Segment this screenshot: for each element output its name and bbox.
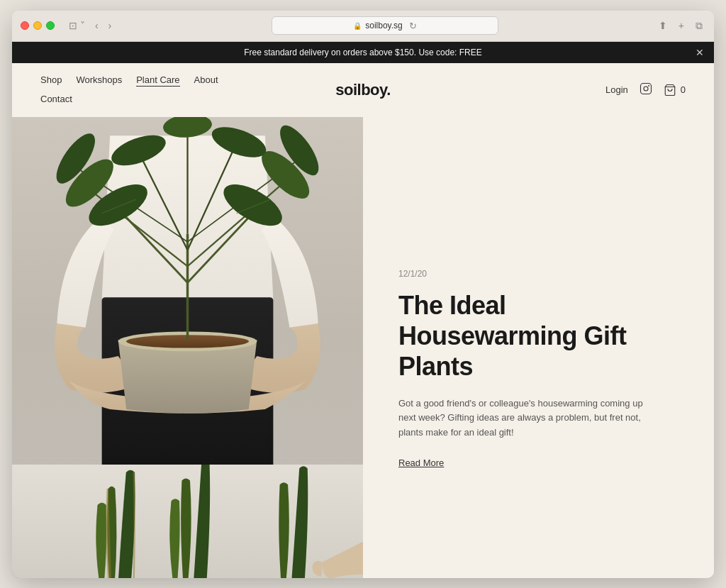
left-column	[12, 117, 363, 578]
site-logo[interactable]: soilboy.	[335, 81, 391, 99]
nav-shop[interactable]: Shop	[40, 74, 62, 87]
windows-button[interactable]: ⧉	[693, 18, 705, 33]
browser-window: ⊡ ˅ ‹ › 🔒 soilboy.sg ↻ ⬆ + ⧉ Free standa…	[12, 11, 714, 578]
forward-button[interactable]: ›	[106, 18, 115, 33]
website: Free standard delivery on orders above $…	[12, 42, 714, 578]
nav-links-top: Shop Workshops Plant Care About	[40, 74, 218, 87]
browser-controls: ⊡ ˅ ‹ ›	[66, 18, 114, 33]
maximize-button[interactable]	[46, 21, 55, 30]
svg-point-2	[649, 85, 649, 86]
new-tab-button[interactable]: +	[676, 18, 687, 33]
refresh-icon[interactable]: ↻	[409, 21, 417, 31]
browser-titlebar: ⊡ ˅ ‹ › 🔒 soilboy.sg ↻ ⬆ + ⧉	[12, 11, 714, 42]
share-button[interactable]: ⬆	[656, 18, 670, 33]
hero-image	[12, 117, 363, 465]
address-bar-container: 🔒 soilboy.sg ↻	[125, 16, 644, 35]
article-excerpt: Got a good friend's or colleague's house…	[398, 396, 654, 440]
address-bar[interactable]: 🔒 soilboy.sg ↻	[272, 16, 498, 35]
close-button[interactable]	[21, 21, 29, 30]
read-more-link[interactable]: Read More	[398, 457, 671, 468]
back-button[interactable]: ‹	[92, 18, 101, 33]
article-title: The Ideal Housewarming Gift Plants	[398, 290, 671, 382]
plant-scene	[12, 117, 363, 465]
article-info: 12/1/20 The Ideal Housewarming Gift Plan…	[398, 145, 671, 550]
nav-about[interactable]: About	[194, 74, 218, 87]
banner-close-button[interactable]: ✕	[696, 47, 704, 58]
promo-banner: Free standard delivery on orders above $…	[12, 42, 714, 63]
window-toggle[interactable]: ⊡ ˅	[66, 18, 88, 33]
nav-workshops[interactable]: Workshops	[76, 74, 122, 87]
url-text: soilboy.sg	[365, 21, 402, 30]
login-link[interactable]: Login	[605, 84, 628, 95]
nav-left: Shop Workshops Plant Care About Contact	[40, 74, 218, 106]
snake-plant-scene	[12, 465, 363, 578]
nav-right: Login 0	[605, 82, 686, 98]
browser-actions: ⬆ + ⧉	[656, 18, 705, 33]
main-content: 12/1/20 The Ideal Housewarming Gift Plan…	[12, 117, 714, 578]
svg-rect-0	[640, 83, 651, 94]
minimize-button[interactable]	[33, 21, 42, 30]
nav-contact[interactable]: Contact	[40, 94, 72, 106]
nav-plant-care[interactable]: Plant Care	[136, 74, 179, 87]
banner-text: Free standard delivery on orders above $…	[244, 48, 482, 57]
lock-icon: 🔒	[353, 22, 362, 30]
svg-point-1	[644, 87, 648, 91]
second-article-preview	[12, 465, 363, 578]
nav-links-bottom: Contact	[40, 94, 72, 106]
article-date: 12/1/20	[398, 269, 671, 279]
main-nav: Shop Workshops Plant Care About Contact …	[12, 63, 714, 117]
traffic-lights	[21, 21, 55, 30]
right-column: 12/1/20 The Ideal Housewarming Gift Plan…	[363, 117, 714, 578]
instagram-icon[interactable]	[640, 82, 652, 98]
cart-icon[interactable]: 0	[664, 84, 686, 96]
cart-count: 0	[681, 84, 686, 95]
